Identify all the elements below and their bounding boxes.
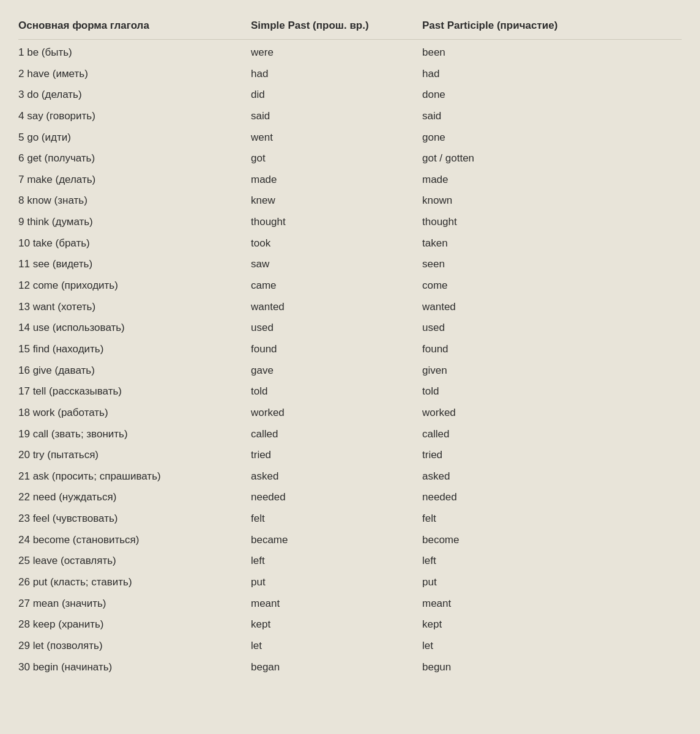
table-row: 23 feel (чувствовать)feltfelt	[18, 508, 682, 530]
base-form-cell: 14 use (использовать)	[18, 321, 251, 336]
base-form-cell: 16 give (давать)	[18, 363, 251, 379]
table-row: 3 do (делать)diddone	[18, 84, 682, 106]
base-form-cell: 21 ask (просить; спрашивать)	[18, 469, 251, 484]
past-participle-cell: thought	[422, 215, 682, 230]
base-form-cell: 9 think (думать)	[18, 215, 251, 230]
table-row: 26 put (класть; ставить)putput	[18, 572, 682, 593]
table-row: 12 come (приходить)camecome	[18, 275, 682, 297]
past-participle-cell: tried	[422, 448, 682, 463]
base-form-cell: 15 find (находить)	[18, 342, 251, 357]
table-row: 22 need (нуждаться)neededneeded	[18, 487, 682, 508]
past-participle-cell: wanted	[422, 300, 682, 315]
table-row: 29 let (позволять)letlet	[18, 636, 682, 657]
past-participle-cell: seen	[422, 257, 682, 272]
past-participle-cell: known	[422, 193, 682, 209]
past-participle-cell: needed	[422, 490, 682, 505]
table-row: 6 get (получать)gotgot / gotten	[18, 148, 682, 169]
base-form-cell: 22 need (нуждаться)	[18, 490, 251, 505]
past-participle-cell: had	[422, 67, 682, 82]
simple-past-cell: used	[251, 321, 422, 336]
simple-past-cell: tried	[251, 448, 422, 463]
simple-past-cell: did	[251, 87, 422, 103]
table-row: 14 use (использовать)usedused	[18, 317, 682, 339]
past-participle-cell: left	[422, 554, 682, 569]
base-form-cell: 18 work (работать)	[18, 406, 251, 421]
table-row: 27 mean (значить)meantmeant	[18, 593, 682, 615]
base-form-cell: 5 go (идти)	[18, 130, 251, 146]
base-form-cell: 19 call (звать; звонить)	[18, 427, 251, 442]
past-participle-cell: taken	[422, 236, 682, 251]
table-row: 10 take (брать)tooktaken	[18, 233, 682, 254]
base-form-cell: 28 keep (хранить)	[18, 617, 251, 632]
simple-past-cell: asked	[251, 469, 422, 484]
base-form-cell: 17 tell (рассказывать)	[18, 384, 251, 399]
simple-past-cell: felt	[251, 511, 422, 527]
base-form-cell: 20 try (пытаться)	[18, 448, 251, 463]
base-form-cell: 30 begin (начинать)	[18, 660, 251, 675]
simple-past-cell: left	[251, 554, 422, 569]
table-row: 30 begin (начинать)beganbegun	[18, 657, 682, 678]
table-row: 25 leave (оставлять)leftleft	[18, 550, 682, 572]
table-row: 15 find (находить)foundfound	[18, 339, 682, 360]
simple-past-cell: saw	[251, 257, 422, 272]
past-participle-cell: asked	[422, 469, 682, 484]
simple-past-cell: came	[251, 278, 422, 294]
past-participle-cell: said	[422, 109, 682, 124]
table-row: 2 have (иметь)hadhad	[18, 64, 682, 85]
table-row: 1 be (быть)werebeen	[18, 42, 682, 64]
past-participle-cell: got / gotten	[422, 151, 682, 166]
simple-past-cell: called	[251, 427, 422, 442]
table-row: 8 know (знать)knewknown	[18, 190, 682, 212]
simple-past-cell: thought	[251, 215, 422, 230]
simple-past-cell: made	[251, 172, 422, 188]
past-participle-cell: used	[422, 321, 682, 336]
table-row: 4 say (говорить)saidsaid	[18, 106, 682, 127]
header-col3: Past Participle (причастие)	[422, 20, 682, 32]
simple-past-cell: had	[251, 67, 422, 82]
base-form-cell: 24 become (становиться)	[18, 533, 251, 548]
past-participle-cell: kept	[422, 617, 682, 632]
verb-table: Основная форма глагола Simple Past (прош…	[18, 15, 682, 678]
simple-past-cell: meant	[251, 596, 422, 612]
base-form-cell: 25 leave (оставлять)	[18, 554, 251, 569]
simple-past-cell: became	[251, 533, 422, 548]
table-row: 13 want (хотеть)wantedwanted	[18, 297, 682, 318]
table-row: 18 work (работать)workedworked	[18, 402, 682, 424]
table-row: 7 make (делать)mademade	[18, 169, 682, 191]
simple-past-cell: let	[251, 639, 422, 654]
base-form-cell: 23 feel (чувствовать)	[18, 511, 251, 527]
simple-past-cell: went	[251, 130, 422, 146]
past-participle-cell: felt	[422, 511, 682, 527]
past-participle-cell: put	[422, 575, 682, 590]
simple-past-cell: said	[251, 109, 422, 124]
base-form-cell: 1 be (быть)	[18, 45, 251, 61]
base-form-cell: 27 mean (значить)	[18, 596, 251, 612]
simple-past-cell: kept	[251, 617, 422, 632]
header-col1: Основная форма глагола	[18, 20, 251, 32]
past-participle-cell: called	[422, 427, 682, 442]
table-row: 21 ask (просить; спрашивать)askedasked	[18, 466, 682, 487]
table-row: 5 go (идти)wentgone	[18, 127, 682, 149]
base-form-cell: 4 say (говорить)	[18, 109, 251, 124]
table-row: 20 try (пытаться)triedtried	[18, 445, 682, 466]
past-participle-cell: meant	[422, 596, 682, 612]
past-participle-cell: been	[422, 45, 682, 61]
base-form-cell: 11 see (видеть)	[18, 257, 251, 272]
past-participle-cell: given	[422, 363, 682, 379]
simple-past-cell: took	[251, 236, 422, 251]
past-participle-cell: come	[422, 278, 682, 294]
base-form-cell: 6 get (получать)	[18, 151, 251, 166]
past-participle-cell: told	[422, 384, 682, 399]
base-form-cell: 8 know (знать)	[18, 193, 251, 209]
simple-past-cell: put	[251, 575, 422, 590]
table-row: 11 see (видеть)sawseen	[18, 254, 682, 275]
past-participle-cell: found	[422, 342, 682, 357]
past-participle-cell: gone	[422, 130, 682, 146]
past-participle-cell: done	[422, 87, 682, 103]
simple-past-cell: were	[251, 45, 422, 61]
simple-past-cell: knew	[251, 193, 422, 209]
simple-past-cell: wanted	[251, 300, 422, 315]
table-row: 19 call (звать; звонить)calledcalled	[18, 424, 682, 445]
past-participle-cell: become	[422, 533, 682, 548]
table-header: Основная форма глагола Simple Past (прош…	[18, 15, 682, 40]
